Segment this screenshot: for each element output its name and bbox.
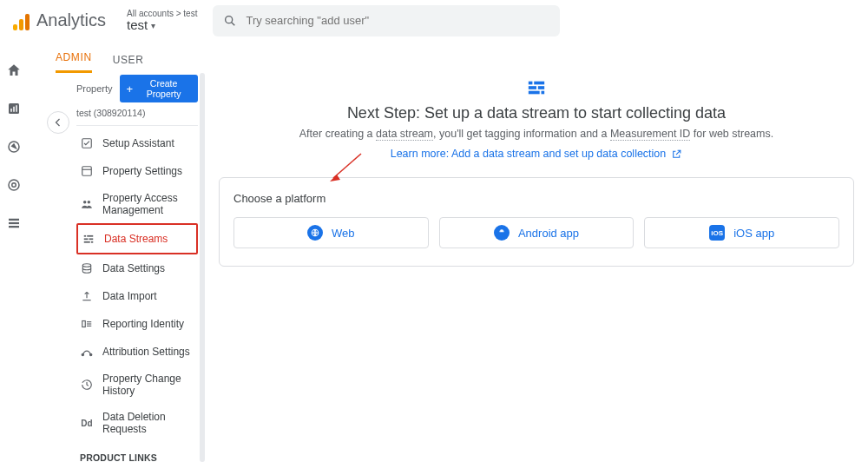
- svg-point-29: [90, 353, 92, 355]
- platform-ios-button[interactable]: iOS iOS app: [644, 217, 839, 248]
- hero-subtitle: After creating a data stream, you'll get…: [219, 128, 854, 140]
- deletion-icon: Dd: [80, 416, 94, 430]
- svg-point-23: [82, 264, 90, 267]
- main-content: Next Step: Set up a data stream to start…: [219, 73, 854, 462]
- nav-label: Data Streams: [104, 233, 168, 245]
- svg-point-16: [88, 201, 91, 204]
- data-stream-hero-icon: [527, 78, 546, 97]
- svg-rect-18: [87, 235, 93, 237]
- nav-label: Reporting Identity: [102, 318, 184, 330]
- svg-rect-39: [542, 91, 545, 95]
- svg-rect-20: [89, 238, 94, 240]
- nav-data-settings[interactable]: Data Settings: [76, 254, 198, 282]
- android-icon: [494, 225, 510, 241]
- svg-rect-4: [13, 107, 15, 112]
- svg-rect-19: [84, 238, 89, 240]
- svg-rect-36: [529, 86, 536, 89]
- nav-property-settings[interactable]: Property Settings: [76, 157, 198, 185]
- svg-rect-34: [529, 82, 533, 85]
- nav-reporting-identity[interactable]: Reporting Identity: [76, 310, 198, 338]
- nav-property-access[interactable]: Property Access Management: [76, 185, 198, 223]
- svg-point-7: [9, 180, 19, 190]
- card-title: Choose a platform: [233, 192, 839, 205]
- product-links-title: PRODUCT LINKS: [76, 442, 198, 462]
- upload-icon: [80, 289, 94, 303]
- choose-platform-card: Choose a platform Web Android app iOS iO…: [219, 177, 854, 267]
- home-icon[interactable]: [6, 63, 22, 78]
- people-icon: [80, 197, 94, 211]
- explore-icon[interactable]: [6, 139, 22, 155]
- svg-point-8: [12, 183, 16, 188]
- back-button[interactable]: [47, 111, 69, 134]
- tab-bar: ADMIN USER: [35, 42, 143, 73]
- analytics-logo: Analytics: [7, 10, 111, 30]
- plus-icon: +: [127, 83, 134, 95]
- id-icon: [80, 317, 94, 331]
- svg-point-28: [82, 353, 83, 355]
- platform-label: Android app: [518, 227, 579, 240]
- svg-point-0: [226, 16, 233, 23]
- property-name: test: [127, 18, 148, 33]
- svg-rect-9: [9, 219, 19, 221]
- topbar: Analytics All accounts > test test ▾: [0, 0, 868, 42]
- search-bar[interactable]: [213, 5, 560, 36]
- attribution-icon: [80, 345, 94, 359]
- reports-icon[interactable]: [6, 101, 22, 116]
- account-picker[interactable]: All accounts > test test ▾: [118, 7, 206, 35]
- nav-label: Attribution Settings: [102, 346, 190, 358]
- nav-label: Setup Assistant: [102, 137, 174, 149]
- analytics-icon: [12, 11, 31, 30]
- history-icon: [80, 378, 94, 392]
- admin-sidebar: Property + Create Property test (3089201…: [35, 73, 200, 462]
- svg-rect-3: [10, 109, 12, 112]
- platform-web-button[interactable]: Web: [233, 217, 429, 248]
- platform-label: iOS app: [733, 227, 774, 240]
- nav-data-deletion[interactable]: Dd Data Deletion Requests: [76, 404, 198, 442]
- tab-admin[interactable]: ADMIN: [56, 51, 92, 73]
- nav-setup-assistant[interactable]: Setup Assistant: [76, 129, 198, 157]
- advertising-icon[interactable]: [6, 177, 22, 193]
- svg-point-15: [83, 201, 87, 204]
- learn-more-label: Learn more: Add a data stream and set up…: [391, 148, 667, 160]
- nav-label: Data Settings: [102, 262, 165, 274]
- tab-user[interactable]: USER: [113, 54, 144, 73]
- property-id: test (308920114): [76, 108, 198, 126]
- create-property-label: Create Property: [136, 78, 191, 99]
- learn-more-link[interactable]: Learn more: Add a data stream and set up…: [391, 148, 683, 160]
- hero-title: Next Step: Set up a data stream to start…: [219, 104, 854, 122]
- svg-rect-35: [534, 82, 544, 85]
- nav-data-import[interactable]: Data Import: [76, 282, 198, 310]
- settings-square-icon: [80, 164, 94, 178]
- nav-change-history[interactable]: Property Change History: [76, 366, 198, 404]
- search-icon: [223, 14, 237, 28]
- create-property-button[interactable]: + Create Property: [120, 75, 198, 102]
- nav-label: Data Deletion Requests: [102, 411, 194, 435]
- property-label: Property: [76, 83, 113, 94]
- nav-label: Property Access Management: [102, 192, 194, 216]
- svg-rect-24: [82, 321, 86, 327]
- configure-icon[interactable]: [6, 215, 22, 231]
- nav-label: Data Import: [102, 290, 157, 302]
- platform-label: Web: [332, 227, 355, 240]
- svg-rect-37: [538, 86, 544, 89]
- vertical-nav: [0, 42, 28, 462]
- svg-rect-17: [84, 235, 86, 237]
- caret-down-icon: ▾: [151, 21, 155, 30]
- platform-android-button[interactable]: Android app: [439, 217, 635, 248]
- brand-label: Analytics: [36, 10, 106, 30]
- search-input[interactable]: [246, 14, 549, 27]
- svg-rect-10: [9, 222, 19, 224]
- svg-rect-13: [82, 167, 92, 176]
- nav-attribution-settings[interactable]: Attribution Settings: [76, 338, 198, 366]
- nav-label: Property Change History: [102, 373, 194, 397]
- data-streams-icon: [82, 232, 95, 246]
- svg-rect-22: [91, 241, 93, 243]
- svg-rect-11: [9, 226, 19, 228]
- svg-rect-38: [529, 91, 540, 95]
- svg-rect-5: [16, 105, 17, 112]
- database-icon: [80, 261, 94, 275]
- svg-line-1: [232, 22, 235, 25]
- check-square-icon: [80, 136, 94, 150]
- nav-data-streams[interactable]: Data Streams: [76, 223, 198, 254]
- resize-handle[interactable]: [200, 73, 205, 462]
